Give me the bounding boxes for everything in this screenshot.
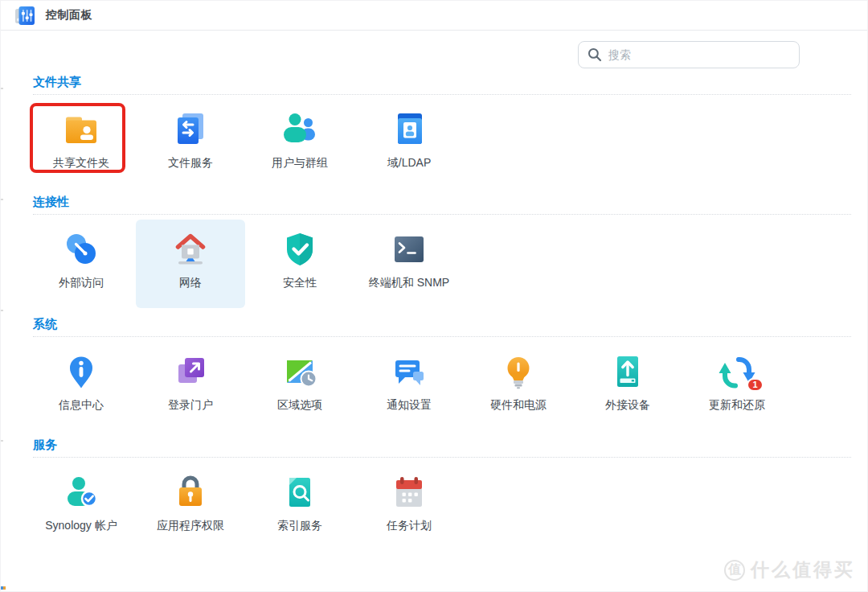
app-tile-shared-folder[interactable]: 共享文件夹 bbox=[27, 100, 136, 188]
app-tile-info-center[interactable]: 信息中心 bbox=[27, 342, 136, 430]
search-input[interactable] bbox=[608, 48, 790, 61]
external-devices-icon bbox=[607, 351, 649, 393]
app-tile-label: 共享文件夹 bbox=[53, 156, 109, 171]
indexing-service-icon bbox=[279, 471, 321, 513]
shared-folder-icon bbox=[60, 109, 102, 150]
hardware-power-icon bbox=[497, 351, 539, 393]
control-panel-grid: 文件共享 共享文件夹 文件服务 用户与群组 域/LDAP 连接性 外部访问 bbox=[1, 75, 867, 551]
app-tile-label: 区域选项 bbox=[277, 398, 322, 413]
page-edge-mark bbox=[1, 310, 3, 311]
app-tile-update-restore[interactable]: 1 更新和还原 bbox=[682, 342, 792, 430]
app-tile-label: 网络 bbox=[179, 276, 202, 290]
app-tile-app-privileges[interactable]: 应用程序权限 bbox=[136, 462, 245, 551]
section-title: 连接性 bbox=[33, 195, 851, 209]
app-tile-label: 安全性 bbox=[283, 276, 317, 290]
update-count-badge: 1 bbox=[747, 378, 764, 392]
app-tile-label: 任务计划 bbox=[387, 519, 432, 533]
network-icon bbox=[170, 228, 211, 270]
section-divider bbox=[33, 214, 851, 215]
task-scheduler-icon bbox=[388, 471, 430, 513]
page-edge-mark bbox=[1, 88, 3, 89]
app-tile-label: 更新和还原 bbox=[709, 398, 765, 413]
external-access-icon bbox=[60, 228, 102, 270]
app-tile-label: 域/LDAP bbox=[387, 156, 431, 171]
terminal-snmp-icon bbox=[388, 228, 430, 270]
info-center-icon bbox=[60, 351, 102, 393]
notification-settings-icon bbox=[388, 351, 430, 393]
smzdm-watermark: 值 什么值得买 bbox=[724, 557, 855, 582]
app-privileges-icon bbox=[170, 471, 211, 513]
section-title: 文件共享 bbox=[33, 75, 851, 89]
app-tile-external-devices[interactable]: 外接设备 bbox=[573, 342, 682, 430]
app-tile-task-scheduler[interactable]: 任务计划 bbox=[354, 462, 464, 551]
app-tile-label: 通知设置 bbox=[387, 398, 432, 413]
app-tile-label: 信息中心 bbox=[59, 398, 104, 413]
regional-options-icon bbox=[279, 351, 321, 393]
tile-row: 信息中心 登录门户 区域选项 通知设置 硬件和电源 外接设备 1 更新和还原 bbox=[27, 342, 851, 430]
users-groups-icon bbox=[279, 109, 321, 150]
section-3: 服务 Synology 帐户 应用程序权限 索引服务 任务计划 bbox=[33, 438, 851, 551]
app-tile-hardware-power[interactable]: 硬件和电源 bbox=[464, 342, 573, 430]
app-tile-external-access[interactable]: 外部访问 bbox=[27, 220, 136, 308]
page-edge-mark bbox=[1, 440, 3, 442]
app-tile-file-services[interactable]: 文件服务 bbox=[136, 100, 245, 188]
synology-account-icon bbox=[60, 471, 102, 513]
app-tile-label: 索引服务 bbox=[277, 519, 322, 533]
app-tile-notification-settings[interactable]: 通知设置 bbox=[354, 342, 464, 430]
app-tile-domain-ldap[interactable]: 域/LDAP bbox=[354, 100, 464, 188]
section-title: 服务 bbox=[33, 438, 851, 452]
section-0: 文件共享 共享文件夹 文件服务 用户与群组 域/LDAP bbox=[33, 75, 851, 188]
watermark-badge: 值 bbox=[724, 560, 745, 581]
app-tile-regional-options[interactable]: 区域选项 bbox=[245, 342, 354, 430]
app-tile-terminal-snmp[interactable]: 终端机和 SNMP bbox=[354, 220, 464, 308]
section-divider bbox=[33, 94, 851, 95]
domain-ldap-icon bbox=[388, 109, 430, 150]
app-tile-login-portal[interactable]: 登录门户 bbox=[136, 342, 245, 430]
taskbar-fragment bbox=[1, 586, 6, 590]
update-restore-icon: 1 bbox=[716, 351, 758, 393]
section-title: 系统 bbox=[33, 317, 851, 331]
app-tile-label: 终端机和 SNMP bbox=[369, 276, 449, 290]
app-tile-label: 用户与群组 bbox=[272, 156, 328, 171]
section-2: 系统 信息中心 登录门户 区域选项 通知设置 硬件和电源 外接设备 bbox=[33, 317, 851, 430]
tile-row: 外部访问 网络 安全性 终端机和 SNMP bbox=[27, 220, 851, 308]
titlebar: 控制面板 bbox=[1, 1, 867, 31]
search-box[interactable] bbox=[578, 41, 800, 68]
app-tile-security[interactable]: 安全性 bbox=[245, 220, 354, 308]
watermark-text: 什么值得买 bbox=[751, 557, 855, 582]
window-title: 控制面板 bbox=[46, 8, 92, 23]
app-tile-label: 文件服务 bbox=[168, 156, 213, 171]
tile-row: 共享文件夹 文件服务 用户与群组 域/LDAP bbox=[27, 100, 851, 188]
app-tile-label: 应用程序权限 bbox=[157, 519, 224, 533]
section-divider bbox=[33, 457, 851, 458]
app-tile-label: 外部访问 bbox=[59, 276, 104, 290]
security-icon bbox=[279, 228, 321, 270]
search-icon bbox=[588, 47, 602, 62]
app-tile-label: 外接设备 bbox=[605, 398, 650, 413]
app-tile-label: Synology 帐户 bbox=[45, 519, 117, 533]
page-edge-mark bbox=[1, 199, 3, 200]
app-tile-label: 登录门户 bbox=[168, 398, 213, 413]
app-tile-label: 硬件和电源 bbox=[490, 398, 547, 413]
login-portal-icon bbox=[170, 351, 211, 393]
app-tile-users-groups[interactable]: 用户与群组 bbox=[245, 100, 354, 188]
section-divider bbox=[33, 336, 851, 337]
section-1: 连接性 外部访问 网络 安全性 终端机和 SNMP bbox=[33, 195, 851, 308]
app-tile-synology-account[interactable]: Synology 帐户 bbox=[27, 462, 136, 551]
control-panel-icon bbox=[14, 5, 36, 27]
file-services-icon bbox=[170, 109, 211, 150]
tile-row: Synology 帐户 应用程序权限 索引服务 任务计划 bbox=[27, 462, 851, 551]
app-tile-indexing-service[interactable]: 索引服务 bbox=[245, 462, 354, 551]
app-tile-network[interactable]: 网络 bbox=[136, 220, 245, 308]
